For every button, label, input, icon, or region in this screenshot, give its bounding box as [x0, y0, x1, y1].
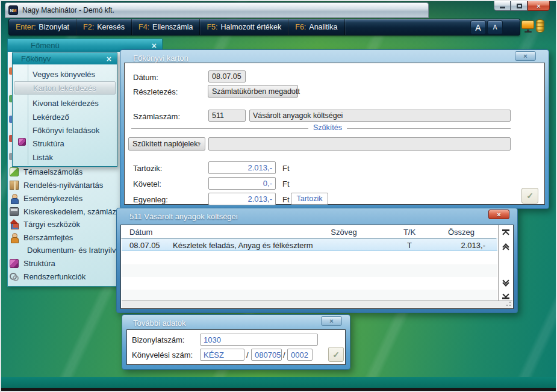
fokonyv-panel: Főkönyv × Vegyes könyvelés Karton lekérd…	[12, 52, 117, 167]
font-large-button[interactable]: A	[470, 20, 486, 34]
resize-grip[interactable]	[506, 301, 511, 306]
col-header-tk[interactable]: T/K	[391, 228, 428, 237]
desktop-dark-band	[1, 388, 556, 392]
window-controls: ×	[494, 1, 550, 11]
close-icon: ×	[537, 2, 540, 10]
konyvelesi-field-1[interactable]: KÉSZ	[200, 349, 244, 361]
submenu-item-struktura[interactable]: Struktúra	[33, 137, 114, 150]
main-window-title: Nagy Machinátor - Demó kft.	[22, 6, 114, 14]
gears-icon	[10, 272, 19, 281]
reszletezes-dropdown[interactable]: Számlatükörben megadott▼	[208, 85, 298, 98]
submenu-item-karton-lekerdezes[interactable]: Karton lekérdezés	[14, 81, 116, 95]
egyenleg-unit: Ft	[282, 195, 290, 204]
chevron-down-icon: ▼	[197, 142, 202, 147]
menu-item-kereses[interactable]: F2:Keresés	[76, 19, 132, 35]
karton-close-button[interactable]: ×	[515, 51, 536, 61]
karton-ok-button[interactable]: ✓	[521, 188, 538, 204]
tovabbi-body: Bizonylatszám: 1030 Könyvelési szám: KÉS…	[126, 329, 346, 365]
scroll-pagedown-button[interactable]	[500, 275, 512, 288]
sidebar-item-kiskereskedelem[interactable]: Kiskereskedelem, számlázá	[8, 205, 116, 218]
check-icon: ✓	[332, 350, 340, 359]
submenu-item-lekerdezo[interactable]: Lekérdező	[33, 111, 114, 123]
menu-item-halmozott[interactable]: F5:Halmozott értékek	[200, 19, 288, 35]
egyenleg-label: Egyenleg:	[133, 195, 168, 204]
datum-field[interactable]: 08.07.05	[208, 70, 246, 82]
col-header-datum[interactable]: Dátum	[129, 228, 152, 237]
close-button[interactable]: ×	[527, 1, 550, 11]
separator: /	[246, 350, 249, 359]
tovabbi-close-button[interactable]: ×	[321, 316, 342, 326]
col-header-szoveg[interactable]: Szöveg	[308, 228, 380, 237]
chevron-down-icon: ▼	[290, 89, 294, 94]
statusbar	[122, 300, 512, 308]
bizonylatszam-label: Bizonylatszám:	[132, 335, 184, 344]
menubar: Enter:Bizonylat F2:Keresés F4:Ellenszáml…	[8, 19, 520, 36]
karton-list-window: 511 Vásárolt anyagok költségei × Dátum S…	[116, 208, 518, 313]
house-icon	[10, 220, 19, 229]
szamlaszam-field[interactable]: 511	[208, 110, 246, 122]
egyenleg-direction-badge: Tartozik	[291, 193, 328, 205]
gutter-divider	[28, 64, 28, 165]
person-icon	[10, 194, 19, 203]
fokonyv-title: Főkönyv	[13, 54, 51, 63]
kovetel-unit: Ft	[282, 179, 290, 188]
scroll-column	[498, 225, 514, 301]
menu-item-ellenszamla[interactable]: F4:Ellenszámla	[132, 19, 200, 35]
minimize-icon	[500, 7, 505, 8]
konyvelesi-field-2[interactable]: 080705	[251, 349, 282, 361]
tovabbi-window: További adatok × Bizonylatszám: 1030 Kön…	[122, 314, 350, 370]
maximize-button[interactable]	[511, 1, 527, 11]
menu-item-analitika[interactable]: F6:Analitika	[288, 19, 344, 35]
bizonylatszam-field[interactable]: 1030	[200, 334, 318, 346]
submenu-item-fokonyvi-feladasok[interactable]: Főkönyvi feladások	[33, 124, 114, 137]
list-body: Dátum Szöveg T/K Összeg 08.07.05 Készlet…	[120, 225, 514, 309]
scroll-pageup-button[interactable]	[500, 241, 512, 255]
package-icon	[10, 181, 19, 190]
theme-icon	[10, 167, 19, 176]
desktop-teal-band	[1, 377, 556, 388]
szukites-caption: Szűkítés	[308, 123, 347, 132]
tartozik-field: 2.013,-	[208, 161, 276, 174]
submenu-item-vegyes-konyveles[interactable]: Vegyes könyvelés	[33, 68, 114, 81]
naplojelek-field[interactable]	[208, 137, 511, 151]
close-icon: ×	[497, 211, 500, 218]
tovabbi-window-title: További adatok	[133, 319, 185, 328]
karton-window-title: Főkönyvi karton	[133, 54, 188, 63]
tartozik-unit: Ft	[282, 164, 290, 173]
szamlaszam-label: Számlaszám:	[133, 112, 180, 121]
tartozik-label: Tartozik:	[133, 164, 162, 173]
scroll-first-button[interactable]	[500, 226, 512, 240]
reszletezes-label: Részletezés:	[133, 87, 178, 96]
szamlanev-field[interactable]: Vásárolt anyagok költségei	[249, 110, 511, 122]
fomenu-close-icon[interactable]: ×	[152, 42, 157, 50]
menu-item-bizonylat[interactable]: Enter:Bizonylat	[9, 19, 76, 35]
naplojelek-dropdown[interactable]: Szűkített naplójelek:▼	[128, 137, 205, 151]
list-close-button[interactable]: ×	[488, 210, 509, 219]
database-icon[interactable]	[536, 19, 544, 33]
close-icon: ×	[523, 52, 527, 60]
datum-label: Dátum:	[133, 73, 158, 82]
fokonyv-close-icon[interactable]: ×	[107, 55, 111, 63]
sidebar-item-dokumentum[interactable]: Dokumentum- és Iratnyilv	[8, 244, 116, 257]
submenu-item-listak[interactable]: Listák	[33, 151, 114, 164]
konyvelesi-label: Könyvelési szám:	[132, 350, 193, 359]
close-icon: ×	[329, 317, 333, 325]
check-icon: ✓	[526, 191, 534, 201]
empty-row	[122, 252, 497, 264]
table-row[interactable]: 08.07.05 Készletek feladás, Anyag és fél…	[122, 238, 497, 251]
font-small-button[interactable]: A	[487, 20, 503, 34]
monitor-icon[interactable]	[521, 20, 534, 29]
szukites-divider: Szűkítés	[131, 128, 511, 129]
screenshot-root: NM Nagy Machinátor - Demó kft. × Enter:B…	[0, 0, 557, 392]
kovetel-field: 0,-	[208, 177, 276, 190]
empty-row	[122, 277, 497, 290]
tovabbi-ok-button[interactable]: ✓	[328, 347, 344, 362]
submenu-item-kivonat-lekerdezes[interactable]: Kivonat lekérdezés	[33, 97, 114, 110]
konyvelesi-field-3[interactable]: 0002	[287, 349, 313, 361]
main-titlebar: NM Nagy Machinátor - Demó kft.	[5, 2, 429, 18]
minimize-button[interactable]	[494, 1, 511, 11]
col-header-osszeg[interactable]: Összeg	[431, 228, 491, 237]
kovetel-label: Követel:	[133, 179, 161, 188]
list-window-title: 511 Vásárolt anyagok költségei	[129, 212, 238, 221]
cash-register-icon	[10, 207, 19, 216]
